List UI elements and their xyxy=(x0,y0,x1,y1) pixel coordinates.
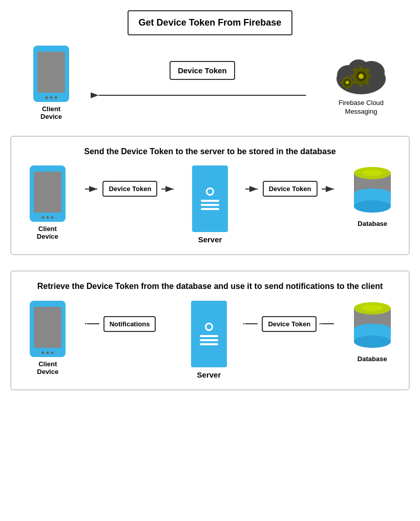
section1-title: Get Device Token From Firebase xyxy=(139,17,282,28)
section1-diagram: Client Device Device Token xyxy=(10,46,410,120)
section3-client-label: Client Device xyxy=(27,360,68,376)
section1-title-container: Get Device Token From Firebase xyxy=(10,10,410,35)
section3-token-box: Device Token xyxy=(262,316,317,332)
section3-db-svg xyxy=(352,301,393,352)
s3-dot-1 xyxy=(42,351,45,354)
section1: Get Device Token From Firebase Client De… xyxy=(10,10,410,120)
s2-dot-2 xyxy=(46,216,49,219)
svg-point-8 xyxy=(359,74,364,79)
section2-diagram: Client Device Device Token xyxy=(22,165,398,244)
section2-token-box1: Device Token xyxy=(102,181,157,197)
s3-dot-3 xyxy=(51,351,54,354)
s2-arrow4 xyxy=(321,184,336,194)
svg-point-19 xyxy=(346,81,349,85)
svg-point-35 xyxy=(354,189,391,199)
s2-arrow1 xyxy=(84,184,99,194)
s2-arrow2 xyxy=(160,184,176,194)
section1-client-label: Client Device xyxy=(31,105,72,120)
svg-point-49 xyxy=(354,324,391,334)
section3-flow: Notifications xyxy=(85,316,175,332)
section1-token-box: Device Token xyxy=(170,61,235,80)
svg-rect-23 xyxy=(351,81,354,84)
section2-client-label: Client Device xyxy=(27,225,68,240)
s3-arrow3 xyxy=(243,319,259,329)
svg-point-52 xyxy=(362,305,383,311)
section3-database: Database xyxy=(352,301,393,363)
section1-phone: Client Device xyxy=(31,46,72,120)
section2-phone-body xyxy=(30,165,66,222)
section1-phone-body xyxy=(33,46,69,102)
svg-rect-12 xyxy=(367,75,371,78)
section1-phone-screen xyxy=(37,52,65,93)
section2-phone-screen xyxy=(34,172,61,213)
svg-rect-11 xyxy=(351,75,355,78)
section2-title: Send the Device Token to the server to b… xyxy=(22,146,398,157)
s2-dot-3 xyxy=(51,216,53,219)
section2-server-label: Server xyxy=(198,235,222,244)
section2-flow: Device Token xyxy=(84,181,176,197)
s3-line-1 xyxy=(200,335,218,337)
section3-server: Server xyxy=(191,301,227,379)
section2: Send the Device Token to the server to b… xyxy=(10,136,410,255)
svg-point-50 xyxy=(354,336,391,348)
section1-firebase: Firebase CloudMessaging xyxy=(333,51,389,116)
phone-dot-3 xyxy=(55,96,57,99)
phone-dot-1 xyxy=(46,96,48,99)
section3-title: Retrieve the Device Token from the datab… xyxy=(22,281,398,292)
s2-line-3 xyxy=(201,208,219,210)
svg-rect-10 xyxy=(360,82,363,87)
section2-db-svg xyxy=(352,165,393,217)
svg-rect-20 xyxy=(346,75,348,78)
section2-token-box2: Device Token xyxy=(263,181,318,197)
s3-arrow1 xyxy=(85,319,100,329)
section2-flow2: Device Token xyxy=(244,181,336,197)
section3-db-label: Database xyxy=(358,355,387,363)
s2-line-1 xyxy=(201,200,219,202)
svg-rect-9 xyxy=(360,66,363,70)
section3-phone-screen xyxy=(34,307,61,348)
phone-dot-2 xyxy=(50,96,53,99)
section3-phone-body xyxy=(30,301,66,357)
firebase-cloud-svg xyxy=(333,51,389,97)
section3-diagram: Client Device Notifications xyxy=(22,301,398,379)
section1-title-box: Get Device Token From Firebase xyxy=(128,10,293,35)
section1-middle: Device Token xyxy=(87,61,318,100)
section2-db-label: Database xyxy=(358,220,387,227)
section2-database: Database xyxy=(352,165,393,227)
s2-server-circle xyxy=(206,187,214,196)
svg-rect-22 xyxy=(340,81,343,84)
s3-arrow4 xyxy=(320,319,335,329)
section2-phone: Client Device xyxy=(27,165,68,240)
s2-dot-1 xyxy=(41,216,44,219)
s3-server-circle xyxy=(205,323,213,331)
s2-line-2 xyxy=(201,204,219,206)
s2-arrow3 xyxy=(244,184,260,194)
section3-phone-dots xyxy=(42,351,54,354)
s3-arrow2 xyxy=(159,319,174,329)
section3: Retrieve the Device Token from the datab… xyxy=(10,270,410,390)
section1-phone-dots xyxy=(46,96,57,99)
section3-notifications-box: Notifications xyxy=(103,316,156,332)
section3-flow2: Device Token xyxy=(243,316,335,332)
svg-point-36 xyxy=(354,200,391,213)
svg-point-38 xyxy=(362,170,383,176)
section2-phone-dots xyxy=(41,216,53,219)
section1-firebase-label: Firebase CloudMessaging xyxy=(339,99,384,116)
section2-server: Server xyxy=(192,165,228,244)
section1-arrow-svg xyxy=(87,90,318,100)
section3-server-label: Server xyxy=(197,370,221,379)
section3-server-body xyxy=(191,301,227,367)
s2-server-lines xyxy=(201,200,219,210)
s3-line-2 xyxy=(200,339,218,341)
s3-dot-2 xyxy=(47,351,49,354)
s3-line-3 xyxy=(200,343,218,345)
section2-server-body xyxy=(192,165,228,232)
svg-rect-21 xyxy=(346,87,348,90)
s3-server-lines xyxy=(200,335,218,345)
section3-phone: Client Device xyxy=(27,301,68,376)
section1-arrow-container xyxy=(87,90,318,100)
